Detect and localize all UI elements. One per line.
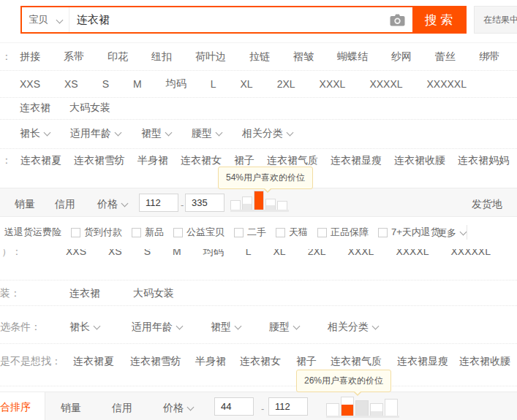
sort-tab-credit[interactable]: 信用 [55, 198, 75, 211]
dropdown-filter[interactable]: 裙长 [20, 127, 50, 140]
category-link[interactable]: 连衣裙 [69, 287, 100, 300]
suggest-link[interactable]: 连衣裙雪纺 [130, 355, 181, 368]
size-option[interactable]: XL [241, 78, 253, 90]
filter-term[interactable]: 蝴蝶结 [337, 50, 368, 64]
sort-tab-sales[interactable]: 销量 [61, 402, 81, 415]
checkbox-item[interactable]: 新品 [132, 226, 164, 239]
size-option[interactable]: XXS [20, 78, 40, 90]
size-option[interactable]: XXXXL [396, 249, 429, 259]
size-option[interactable]: 均码 [166, 77, 186, 91]
checkbox-item[interactable]: 正品保障 [317, 226, 369, 239]
checkbox[interactable] [317, 228, 327, 237]
checkbox-item-clipped[interactable]: 送退货运费险 [4, 226, 61, 239]
suggest-link[interactable]: 连衣裙雪纺 [74, 154, 125, 167]
search-in-results-option[interactable]: 在结果中 [474, 6, 517, 34]
size-option[interactable]: XXXXXL [427, 78, 467, 90]
category-link[interactable]: 大码女装 [133, 287, 174, 300]
suggest-link[interactable]: 连衣裙女 [181, 154, 222, 167]
price-max-input[interactable] [185, 194, 224, 212]
price-min-input[interactable] [139, 194, 178, 212]
size-option[interactable]: XS [64, 78, 78, 90]
size-option[interactable]: L [246, 249, 252, 259]
suggest-link[interactable]: 连衣裙显瘦 [331, 154, 382, 167]
size-option[interactable]: 2XL [277, 78, 295, 90]
suggest-link[interactable]: 连衣裙气质 [267, 154, 318, 167]
filter-term[interactable]: 印花 [107, 50, 128, 64]
checkbox[interactable] [234, 228, 244, 237]
suggest-link[interactable]: 半身裙 [137, 154, 168, 167]
checkbox-item[interactable]: 公益宝贝 [173, 226, 224, 239]
size-option[interactable]: XXXL [320, 78, 346, 90]
size-option[interactable]: XXXXL [369, 78, 402, 90]
suggest-link[interactable]: 裙子 [296, 355, 317, 368]
search-button[interactable]: 搜 索 [412, 7, 465, 32]
dropdown-filter[interactable]: 裙型 [211, 321, 241, 334]
checkbox-item[interactable]: 二手 [234, 226, 266, 239]
filter-term[interactable]: 荷叶边 [195, 50, 226, 64]
dropdown-filter[interactable]: 裙型 [141, 127, 171, 140]
suggest-link[interactable]: 半身裙 [195, 355, 226, 368]
search-input[interactable] [69, 7, 382, 32]
camera-search-button[interactable] [382, 7, 412, 32]
filter-term[interactable]: 绑带 [479, 50, 499, 64]
suggest-link[interactable]: 连衣裙女 [240, 355, 281, 368]
suggest-link[interactable]: 连衣裙显瘦 [397, 355, 448, 368]
more-filters-button[interactable]: 更多 [437, 226, 466, 240]
filter-term[interactable]: 拉链 [249, 50, 270, 64]
size-option[interactable]: 2XL [308, 249, 326, 259]
suggest-link[interactable]: 连衣裙气质 [331, 355, 382, 368]
dropdown-filter[interactable]: 相关分类 [328, 321, 378, 334]
price-histogram[interactable] [230, 191, 289, 212]
checkbox[interactable] [276, 228, 285, 237]
price-min-input[interactable] [214, 397, 254, 416]
suggest-link[interactable]: 连衣裙收腰 [459, 355, 510, 368]
suggest-link[interactable]: 连衣裙夏 [73, 355, 114, 368]
checkbox-item[interactable]: 7+天内退货 [378, 226, 440, 239]
size-option[interactable]: XXXXXL [451, 249, 491, 259]
price-max-input[interactable] [268, 397, 308, 416]
filter-term[interactable]: 纱网 [391, 50, 412, 64]
sort-tab-credit[interactable]: 信用 [112, 402, 132, 415]
suggest-link[interactable]: 连衣裙收腰 [394, 154, 445, 167]
dropdown-filter[interactable]: 相关分类 [242, 127, 293, 140]
filter-term[interactable]: 褶皱 [293, 50, 314, 64]
size-option[interactable]: XS [108, 249, 122, 259]
suggest-link[interactable]: 裙子 [234, 154, 254, 167]
size-option[interactable]: XL [273, 249, 286, 259]
filter-term[interactable]: 蕾丝 [435, 50, 456, 64]
size-option[interactable]: XXS [66, 249, 86, 259]
size-option[interactable]: L [211, 78, 216, 90]
size-option[interactable]: S [102, 78, 109, 90]
sort-tab-default-selected[interactable]: 合排序 [0, 392, 45, 420]
ship-from-filter[interactable]: 发货地 [472, 198, 502, 211]
checkbox[interactable] [71, 228, 80, 237]
checkbox-item[interactable]: 货到付款 [71, 226, 122, 239]
dropdown-filter[interactable]: 裙长 [69, 321, 99, 334]
filter-term[interactable]: 纽扣 [151, 50, 172, 64]
dropdown-filter[interactable]: 适用年龄 [70, 127, 121, 140]
filter-term[interactable]: 系带 [64, 50, 84, 64]
category-link[interactable]: 大码女装 [69, 102, 110, 115]
dropdown-filter[interactable]: 腰型 [269, 321, 299, 334]
sort-tab-sales[interactable]: 销量 [15, 198, 35, 211]
size-option[interactable]: M [133, 78, 142, 90]
category-link[interactable]: 连衣裙 [20, 102, 50, 115]
size-option[interactable]: M [173, 249, 181, 259]
checkbox-item[interactable]: 天猫 [276, 226, 308, 239]
sort-tab-price[interactable]: 价格 [163, 402, 193, 415]
dropdown-filter[interactable]: 适用年龄 [132, 321, 182, 334]
checkbox[interactable] [132, 228, 141, 237]
dropdown-filter[interactable]: 腰型 [192, 127, 222, 140]
price-histogram[interactable] [326, 397, 399, 418]
checkbox[interactable] [173, 228, 183, 237]
size-option[interactable]: 均码 [203, 249, 224, 259]
search-category-select[interactable]: 宝贝 [22, 7, 69, 32]
suggest-link[interactable]: 连衣裙妈妈 [458, 154, 509, 167]
size-option[interactable]: XXXL [348, 249, 374, 259]
checkbox[interactable] [378, 228, 388, 237]
sort-tab-price[interactable]: 价格 [97, 198, 127, 211]
size-option[interactable]: S [144, 249, 151, 259]
price-tooltip: 54%用户喜欢的价位 [218, 167, 313, 189]
filter-term[interactable]: 拼接 [20, 50, 40, 64]
suggest-link[interactable]: 连衣裙夏 [20, 154, 61, 167]
